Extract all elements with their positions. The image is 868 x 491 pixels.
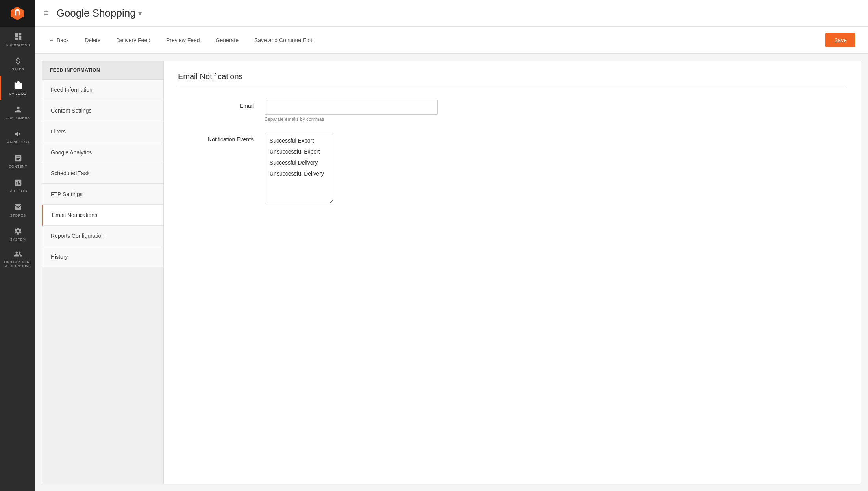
sidebar-item-content[interactable]: CONTENT [0,148,35,173]
section-title: Email Notifications [178,72,846,87]
save-button[interactable]: Save [825,33,855,47]
nav-item-reports-configuration[interactable]: Reports Configuration [42,226,163,246]
sidebar-item-marketing[interactable]: MARKETING [0,124,35,148]
email-row: Email Separate emails by commas [178,100,846,122]
sidebar: DASHBOARD SALES CATALOG CUSTOMERS MARKET… [0,0,35,491]
nav-item-scheduled-task[interactable]: Scheduled Task [42,163,163,184]
page-title: Google Shopping ▾ [57,7,142,19]
sidebar-item-catalog[interactable]: CATALOG [0,76,35,100]
sidebar-item-label-sales: SALES [12,67,24,72]
nav-item-content-settings[interactable]: Content Settings [42,100,163,121]
notification-events-label: Notification Events [178,133,265,143]
nav-item-filters[interactable]: Filters [42,121,163,142]
nav-item-email-notifications[interactable]: Email Notifications [42,205,163,226]
email-field-container: Separate emails by commas [265,100,846,122]
nav-item-ftp-settings[interactable]: FTP Settings [42,184,163,205]
sidebar-item-label-content: CONTENT [9,165,27,169]
email-input[interactable] [265,100,438,115]
sidebar-item-dashboard[interactable]: DASHBOARD [0,27,35,51]
nav-item-history[interactable]: History [42,246,163,267]
preview-feed-button[interactable]: Preview Feed [165,34,202,46]
sidebar-item-sales[interactable]: SALES [0,51,35,76]
notification-events-row: Notification Events Successful ExportUns… [178,133,846,204]
save-continue-button[interactable]: Save and Continue Edit [253,34,314,46]
sidebar-item-stores[interactable]: STORES [0,197,35,222]
sidebar-item-label-partners: FIND PARTNERS & EXTENSIONS [3,260,33,268]
content-area: FEED INFORMATION Feed Information Conten… [35,54,868,491]
sidebar-item-label-marketing: MARKETING [6,140,29,145]
back-button[interactable]: ← Back [47,34,70,46]
sidebar-item-label-system: SYSTEM [10,237,26,242]
main-area: ≡ Google Shopping ▾ ← Back Delete Delive… [35,0,868,491]
sidebar-item-system[interactable]: SYSTEM [0,221,35,246]
sidebar-logo [0,0,35,27]
sidebar-item-label-customers: CUSTOMERS [6,116,30,120]
notification-events-field: Successful ExportUnsuccessful ExportSucc… [265,133,846,204]
title-caret-icon: ▾ [138,9,142,18]
left-panel: FEED INFORMATION Feed Information Conten… [42,61,164,484]
sidebar-item-reports[interactable]: REPORTS [0,173,35,197]
email-hint: Separate emails by commas [265,117,846,122]
sidebar-item-customers[interactable]: CUSTOMERS [0,100,35,124]
sidebar-item-label-dashboard: DASHBOARD [6,43,30,47]
action-bar: ← Back Delete Delivery Feed Preview Feed… [35,27,868,54]
magento-logo-icon [10,6,25,21]
sidebar-item-partners[interactable]: FIND PARTNERS & EXTENSIONS [0,246,35,272]
back-arrow-icon: ← [49,37,54,43]
sidebar-item-label-stores: STORES [10,213,26,218]
sidebar-item-label-catalog: CATALOG [9,92,27,96]
notification-events-select[interactable]: Successful ExportUnsuccessful ExportSucc… [265,133,333,204]
delete-button[interactable]: Delete [83,34,102,46]
svg-marker-0 [11,7,24,20]
left-panel-header: FEED INFORMATION [42,61,163,80]
sidebar-item-label-reports: REPORTS [9,189,27,193]
right-panel: Email Notifications Email Separate email… [164,61,861,484]
nav-item-feed-information[interactable]: Feed Information [42,80,163,100]
email-label: Email [178,100,265,109]
menu-icon[interactable]: ≡ [44,9,49,18]
generate-button[interactable]: Generate [214,34,240,46]
delivery-feed-button[interactable]: Delivery Feed [115,34,152,46]
topbar: ≡ Google Shopping ▾ [35,0,868,27]
nav-item-google-analytics[interactable]: Google Analytics [42,142,163,163]
